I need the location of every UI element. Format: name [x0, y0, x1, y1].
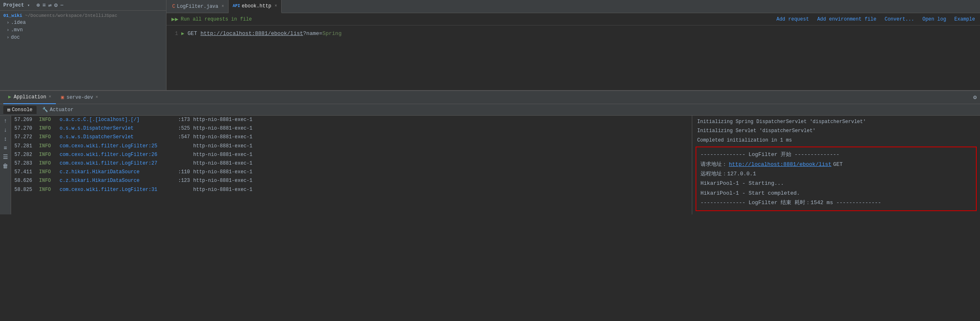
- java-file-icon: C: [172, 4, 175, 9]
- highlight-url-link[interactable]: http://localhost:8881/ebook/list: [729, 160, 832, 169]
- log-level-4: INFO: [39, 142, 60, 150]
- http-actions-bar: Add request Add environment file Convert…: [777, 16, 975, 22]
- sub-tab-actuator[interactable]: 🔧 Actuator: [38, 106, 78, 114]
- http-param-eq: =: [319, 30, 322, 37]
- log-logger-3: o.s.w.s.DispatcherServlet: [60, 133, 175, 141]
- folder-chevron-icon-doc: ›: [7, 35, 9, 40]
- log-logger-4: com.cexo.wiki.filter.LogFilter:25: [60, 142, 175, 150]
- log-thread-3: http-nio-8881-exec-1: [193, 133, 275, 141]
- tab-ebook-http[interactable]: API ebook.http ×: [229, 0, 282, 13]
- console-left-controls: ↑ ↓ ↕ ≡ ☰ 🗑: [0, 116, 11, 214]
- log-level-9: INFO: [39, 186, 60, 194]
- console-content: ↑ ↓ ↕ ≡ ☰ 🗑 57.269 INFO o.a.c.c.C.[.[loc…: [0, 116, 980, 214]
- tab-logfilter-label: LogFilter.java: [177, 4, 218, 9]
- filter-button[interactable]: ≡: [3, 144, 8, 152]
- log-messages-panel: Initializing Spring DispatcherServlet 'd…: [692, 116, 980, 214]
- scroll-both-button[interactable]: ↕: [3, 135, 8, 143]
- console-settings-icon[interactable]: ⚙: [973, 94, 977, 101]
- add-environment-button[interactable]: Add environment file: [817, 16, 876, 22]
- highlight-row-6: -------------- LogFilter 结束 耗时：1542 ms -…: [700, 198, 972, 207]
- console-tab-serve-dev[interactable]: ▣ serve-dev ×: [56, 91, 103, 104]
- highlight-msg-1: -------------- LogFilter 开始 ------------…: [700, 150, 839, 159]
- log-level-3: INFO: [39, 133, 60, 141]
- tab-ebook-close[interactable]: ×: [275, 4, 277, 8]
- add-request-button[interactable]: Add request: [777, 16, 809, 22]
- project-item-mvn[interactable]: › .mvn: [0, 26, 166, 34]
- list-icon[interactable]: ≡: [42, 2, 46, 9]
- log-logger-6: com.cexo.wiki.filter.LogFilter:27: [60, 160, 175, 167]
- folder-doc-label: doc: [11, 35, 20, 40]
- api-file-icon: API: [233, 4, 240, 8]
- http-param-value: Spring: [322, 30, 342, 37]
- convert-button[interactable]: Convert...: [885, 16, 914, 22]
- project-arrow: ▾: [27, 3, 30, 8]
- log-logger-2: o.s.w.s.DispatcherServlet: [60, 125, 175, 133]
- log-time-6: 57.283: [14, 160, 39, 167]
- http-url-param-separator: ?: [303, 30, 306, 37]
- log-thread-8: http-nio-8881-exec-1: [193, 177, 275, 185]
- log-time-8: 58.626: [14, 177, 39, 185]
- line-number-1: 1: [170, 31, 178, 37]
- sub-tab-console-label: Console: [12, 107, 32, 113]
- log-row-3: 57.272 INFO o.s.w.s.DispatcherServlet :5…: [11, 133, 692, 142]
- console-tab-application-close[interactable]: ×: [49, 95, 51, 99]
- log-row-7: 57.411 INFO c.z.hikari.HikariDataSource …: [11, 168, 692, 177]
- editor-tabs-bar: C LogFilter.java × API ebook.http ×: [166, 0, 980, 13]
- wrap-button[interactable]: ☰: [2, 154, 9, 161]
- folder-chevron-icon: ›: [7, 20, 9, 25]
- console-tabs-bar: ▶ Application × ▣ serve-dev × ⚙: [0, 91, 980, 104]
- sub-tab-console[interactable]: ▤ Console: [3, 106, 37, 114]
- log-row-4: 57.281 INFO com.cexo.wiki.filter.LogFilt…: [11, 142, 692, 151]
- highlight-hikari-completed: HikariPool-1 - Start completed.: [700, 188, 800, 198]
- log-logger-5: com.cexo.wiki.filter.LogFilter:26: [60, 151, 175, 159]
- run-all-requests-button[interactable]: ▶▶ Run all requests in file: [171, 16, 252, 23]
- highlight-remote-addr: 远程地址：127.0.0.1: [700, 169, 756, 179]
- console-tab-serve-close[interactable]: ×: [96, 95, 98, 100]
- sub-tab-actuator-label: Actuator: [50, 107, 74, 113]
- highlight-row-5: HikariPool-1 - Start completed.: [700, 188, 972, 198]
- http-editor: C LogFilter.java × API ebook.http × ▶▶ R…: [166, 0, 980, 90]
- project-item-idea[interactable]: › .idea: [0, 19, 166, 26]
- log-level-2: INFO: [39, 125, 60, 133]
- log-time-4: 57.281: [14, 142, 39, 150]
- highlight-label-url: 请求地址：: [700, 160, 727, 169]
- log-time-3: 57.272: [14, 133, 39, 141]
- log-logger-8: c.z.hikari.HikariDataSource: [60, 177, 175, 185]
- run-request-button[interactable]: ▶: [181, 30, 184, 37]
- example-button[interactable]: Example: [955, 16, 975, 22]
- open-log-button[interactable]: Open log: [922, 16, 946, 22]
- project-root-path: 01_wiki ~/Documents/workspace/IntelliJSp…: [0, 12, 166, 19]
- log-time-5: 57.282: [14, 151, 39, 159]
- clear-button[interactable]: 🗑: [2, 163, 9, 170]
- serve-run-icon: ▣: [61, 94, 64, 100]
- project-file-tree: 01_wiki ~/Documents/workspace/IntelliJSp…: [0, 11, 166, 43]
- tab-ebook-label: ebook.http: [242, 3, 271, 9]
- add-icon[interactable]: ⊕: [36, 2, 39, 9]
- request-line-1: 1 ▶ GET http://localhost:8881/ebook/list…: [166, 29, 980, 38]
- log-logger-1: o.a.c.c.C.[.[localhost].[/]: [60, 116, 175, 124]
- minus-icon[interactable]: −: [60, 2, 63, 9]
- http-url: http://localhost:8881/ebook/list?name=Sp…: [201, 30, 342, 37]
- log-level-5: INFO: [39, 151, 60, 159]
- log-lineno-8: :123: [175, 177, 193, 185]
- project-item-doc[interactable]: › doc: [0, 34, 166, 41]
- project-title: Project: [3, 2, 24, 8]
- tab-logfilter-close[interactable]: ×: [222, 4, 224, 9]
- run-all-label: Run all requests in file: [181, 16, 252, 22]
- console-tab-application[interactable]: ▶ Application ×: [3, 91, 56, 104]
- log-thread-1: http-nio-8881-exec-1: [193, 116, 275, 124]
- scroll-up-button[interactable]: ↑: [3, 117, 8, 125]
- scroll-down-button[interactable]: ↓: [3, 126, 8, 134]
- settings-gear-icon[interactable]: ⚙: [54, 2, 58, 9]
- folder-chevron-icon-mvn: ›: [7, 28, 9, 33]
- highlight-row-4: HikariPool-1 - Starting...: [700, 179, 972, 188]
- log-row-1: 57.269 INFO o.a.c.c.C.[.[localhost].[/] …: [11, 116, 692, 124]
- http-url-base: http://localhost:8881/ebook/list: [201, 30, 303, 37]
- log-level-7: INFO: [39, 168, 60, 176]
- log-thread-2: http-nio-8881-exec-1: [193, 125, 275, 133]
- log-thread-5: http-nio-8881-exec-1: [193, 151, 275, 159]
- highlight-row-3: 远程地址：127.0.0.1: [700, 169, 972, 179]
- collapse-icon[interactable]: ⇌: [48, 2, 51, 9]
- tab-logfilter-java[interactable]: C LogFilter.java ×: [168, 0, 229, 13]
- log-logger-7: c.z.hikari.HikariDataSource: [60, 168, 175, 176]
